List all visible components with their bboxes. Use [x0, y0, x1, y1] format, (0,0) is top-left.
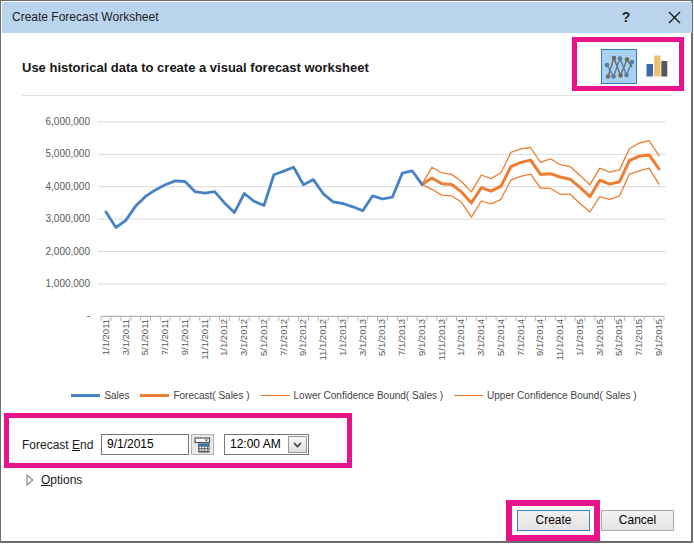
x-axis-label: 7/1/2015 [633, 319, 645, 365]
x-axis-label: 9/1/2015 [653, 319, 665, 365]
calendar-icon [194, 437, 211, 453]
x-axis-label: 1/1/2012 [218, 319, 230, 365]
x-axis-label: 3/1/2011 [120, 319, 132, 365]
legend-item: Lower Confidence Bound( Sales ) [261, 390, 444, 401]
series-upper-confidence-bound-sales [422, 141, 659, 192]
legend-label: Sales [104, 390, 129, 401]
x-axis-label: 7/1/2012 [278, 319, 290, 365]
y-axis-label: 5,000,000 [30, 148, 90, 160]
y-axis-label: 3,000,000 [30, 213, 90, 225]
legend-label: Lower Confidence Bound( Sales ) [294, 390, 444, 401]
x-axis-label: 5/1/2011 [139, 319, 151, 365]
dialog-window: Create Forecast Worksheet ? Use historic… [0, 0, 693, 543]
x-axis-label: 5/1/2012 [258, 319, 270, 365]
y-axis-label: 6,000,000 [30, 116, 90, 128]
x-axis-label: 1/1/2015 [574, 319, 586, 365]
x-axis-label: 3/1/2014 [475, 319, 487, 365]
y-axis-label: 1,000,000 [30, 278, 90, 290]
x-axis-label: 9/1/2013 [416, 319, 428, 365]
legend-item: Upper Confidence Bound( Sales ) [454, 390, 637, 401]
legend-marker [140, 394, 169, 397]
forecast-end-date-input[interactable]: 9/1/2015 [101, 434, 189, 455]
chevron-down-icon [293, 442, 302, 448]
x-axis-label: 9/1/2011 [179, 319, 191, 365]
x-axis-label: 7/1/2011 [159, 319, 171, 365]
create-forecast-worksheet-dialog: Create Forecast Worksheet ? Use historic… [0, 0, 694, 544]
chart-legend: SalesForecast( Sales )Lower Confidence B… [1, 389, 694, 402]
x-axis-label: 3/1/2012 [238, 319, 250, 365]
forecast-end-date-value: 9/1/2015 [107, 435, 154, 454]
x-axis-label: 7/1/2013 [396, 319, 408, 365]
x-axis-label: 7/1/2014 [515, 319, 527, 365]
x-axis-label: 3/1/2013 [357, 319, 369, 365]
create-button[interactable]: Create [517, 510, 590, 531]
x-axis-label: 5/1/2015 [613, 319, 625, 365]
x-axis-label: 1/1/2014 [455, 319, 467, 365]
y-axis-label: 2,000,000 [30, 246, 90, 258]
time-dropdown-button[interactable] [288, 436, 307, 453]
forecast-end-label: Forecast End [22, 438, 93, 453]
forecast-end-time-value: 12:00 AM [230, 435, 281, 454]
forecast-end-time-combobox[interactable]: 12:00 AM [224, 434, 309, 455]
x-axis-label: 9/1/2012 [297, 319, 309, 365]
chart-type-annotation-box [572, 37, 684, 91]
x-axis-label: 1/1/2013 [337, 319, 349, 365]
x-axis-label: 5/1/2013 [376, 319, 388, 365]
x-axis-label: 5/1/2014 [495, 319, 507, 365]
legend-marker [454, 395, 483, 397]
date-picker-button[interactable] [191, 434, 214, 455]
legend-marker [261, 395, 290, 397]
x-axis-label: 11/1/2013 [436, 319, 448, 365]
y-axis-label: - [30, 310, 90, 322]
x-axis-label: 11/1/2012 [317, 319, 329, 365]
legend-marker [71, 394, 100, 397]
legend-label: Forecast( Sales ) [173, 390, 249, 401]
options-expander[interactable]: Options [41, 473, 82, 487]
x-axis-label: 1/1/2011 [100, 319, 112, 365]
legend-item: Sales [71, 390, 129, 401]
series-sales [106, 167, 422, 227]
y-axis-label: 4,000,000 [30, 181, 90, 193]
cancel-button[interactable]: Cancel [601, 510, 674, 531]
x-axis-label: 3/1/2015 [594, 319, 606, 365]
x-axis-label: 11/1/2014 [554, 319, 566, 365]
x-axis-label: 11/1/2011 [199, 319, 211, 365]
x-axis-label: 9/1/2014 [534, 319, 546, 365]
legend-label: Upper Confidence Bound( Sales ) [487, 390, 637, 401]
legend-item: Forecast( Sales ) [140, 390, 249, 401]
expander-arrow-icon[interactable] [26, 474, 34, 486]
